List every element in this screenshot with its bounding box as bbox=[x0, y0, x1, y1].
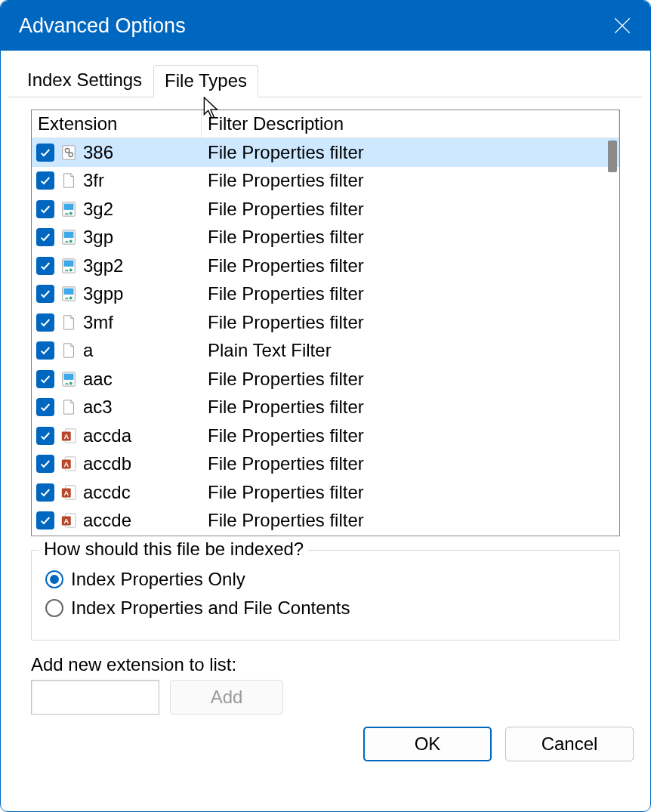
checkbox[interactable] bbox=[36, 285, 54, 303]
window-title: Advanced Options bbox=[19, 14, 186, 38]
radio-properties-and-contents[interactable]: Index Properties and File Contents bbox=[45, 597, 606, 619]
checkbox[interactable] bbox=[36, 171, 54, 190]
file-icon: A bbox=[59, 426, 79, 446]
filter-text: File Properties filter bbox=[202, 227, 619, 248]
add-extension-input[interactable] bbox=[31, 680, 159, 715]
svg-text:A: A bbox=[63, 489, 69, 496]
table-row[interactable]: AaccdaFile Properties filter bbox=[32, 421, 619, 450]
checkbox[interactable] bbox=[36, 398, 54, 416]
checkbox[interactable] bbox=[36, 257, 54, 275]
table-row[interactable]: 3gpFile Properties filter bbox=[32, 224, 619, 252]
filter-text: File Properties filter bbox=[202, 199, 619, 220]
filter-text: File Properties filter bbox=[202, 482, 619, 503]
ok-button[interactable]: OK bbox=[363, 727, 492, 761]
radio-icon bbox=[45, 570, 63, 588]
close-button[interactable] bbox=[611, 14, 634, 37]
extension-text: accde bbox=[83, 510, 131, 531]
extension-text: 3mf bbox=[83, 312, 113, 333]
add-button[interactable]: Add bbox=[170, 680, 283, 715]
checkbox[interactable] bbox=[36, 511, 54, 529]
file-icon bbox=[59, 341, 79, 360]
file-icon bbox=[59, 369, 79, 389]
svg-point-16 bbox=[69, 297, 73, 300]
add-extension-label: Add new extension to list: bbox=[31, 654, 620, 675]
file-icon bbox=[59, 171, 79, 190]
col-filter[interactable]: Filter Description bbox=[202, 110, 619, 137]
cancel-button[interactable]: Cancel bbox=[505, 727, 634, 761]
checkbox[interactable] bbox=[36, 341, 54, 360]
file-icon bbox=[59, 313, 79, 332]
checkbox[interactable] bbox=[36, 427, 54, 445]
table-row[interactable]: AaccdeFile Properties filter bbox=[32, 507, 619, 536]
filter-text: File Properties filter bbox=[202, 369, 619, 390]
extension-text: 3g2 bbox=[83, 199, 113, 220]
extension-text: 3gpp bbox=[83, 283, 123, 304]
filter-text: File Properties filter bbox=[202, 142, 619, 163]
svg-rect-9 bbox=[64, 232, 74, 238]
table-row[interactable]: 3frFile Properties filter bbox=[32, 167, 619, 196]
radio-icon bbox=[45, 599, 63, 617]
svg-text:A: A bbox=[63, 517, 69, 525]
svg-point-7 bbox=[69, 211, 73, 215]
file-icon bbox=[59, 284, 79, 304]
svg-rect-6 bbox=[64, 203, 74, 209]
radio-properties-only[interactable]: Index Properties Only bbox=[45, 569, 606, 590]
svg-text:A: A bbox=[63, 461, 69, 468]
table-row[interactable]: AaccdcFile Properties filter bbox=[32, 478, 619, 507]
table-row[interactable]: 3gppFile Properties filter bbox=[32, 280, 619, 309]
file-icon: A bbox=[59, 511, 79, 530]
file-icon: A bbox=[59, 454, 79, 474]
file-types-list[interactable]: Extension Filter Description 386File Pro… bbox=[31, 110, 620, 536]
checkbox[interactable] bbox=[36, 144, 54, 162]
filter-text: File Properties filter bbox=[202, 170, 619, 191]
tab-file-types[interactable]: File Types bbox=[153, 65, 258, 97]
svg-rect-18 bbox=[64, 373, 74, 379]
checkbox[interactable] bbox=[36, 455, 54, 473]
title-bar: Advanced Options bbox=[1, 1, 650, 51]
filter-text: File Properties filter bbox=[202, 283, 619, 304]
table-row[interactable]: aacFile Properties filter bbox=[32, 365, 619, 394]
file-icon bbox=[59, 397, 79, 417]
checkbox[interactable] bbox=[36, 313, 54, 332]
table-row[interactable]: 386File Properties filter bbox=[32, 138, 619, 167]
svg-rect-12 bbox=[64, 260, 74, 266]
extension-text: 3gp bbox=[83, 227, 113, 248]
table-row[interactable]: 3gp2File Properties filter bbox=[32, 252, 619, 280]
radio-label: Index Properties and File Contents bbox=[71, 597, 350, 619]
extension-text: ac3 bbox=[83, 397, 113, 418]
file-icon bbox=[59, 227, 79, 247]
indexing-legend: How should this file be indexed? bbox=[39, 539, 308, 560]
indexing-groupbox: How should this file be indexed? Index P… bbox=[31, 550, 620, 641]
table-row[interactable]: 3g2File Properties filter bbox=[32, 195, 619, 224]
tab-index-settings[interactable]: Index Settings bbox=[16, 64, 153, 97]
col-extension[interactable]: Extension bbox=[32, 110, 202, 137]
filter-text: Plain Text Filter bbox=[202, 340, 619, 361]
list-header: Extension Filter Description bbox=[32, 110, 619, 138]
filter-text: File Properties filter bbox=[202, 255, 619, 276]
filter-text: File Properties filter bbox=[202, 425, 619, 446]
extension-text: accdb bbox=[83, 453, 131, 474]
extension-text: aac bbox=[83, 369, 113, 390]
svg-text:A: A bbox=[63, 432, 69, 440]
extension-text: accdc bbox=[83, 482, 131, 503]
extension-text: 386 bbox=[83, 142, 113, 163]
checkbox[interactable] bbox=[36, 370, 54, 388]
svg-rect-15 bbox=[64, 289, 74, 295]
svg-point-13 bbox=[69, 268, 73, 271]
tab-bar: Index Settings File Types bbox=[8, 64, 643, 97]
svg-point-10 bbox=[69, 240, 73, 243]
extension-text: 3gp2 bbox=[83, 255, 123, 276]
checkbox[interactable] bbox=[36, 228, 54, 246]
filter-text: File Properties filter bbox=[202, 312, 619, 333]
dialog-footer: OK Cancel bbox=[1, 715, 650, 773]
table-row[interactable]: aPlain Text Filter bbox=[32, 337, 619, 366]
file-icon bbox=[59, 199, 79, 219]
table-row[interactable]: ac3File Properties filter bbox=[32, 394, 619, 422]
table-row[interactable]: AaccdbFile Properties filter bbox=[32, 450, 619, 479]
checkbox[interactable] bbox=[36, 483, 54, 502]
radio-label: Index Properties Only bbox=[71, 569, 245, 590]
svg-point-19 bbox=[69, 381, 73, 384]
table-row[interactable]: 3mfFile Properties filter bbox=[32, 308, 619, 337]
checkbox[interactable] bbox=[36, 200, 54, 218]
scrollbar-thumb[interactable] bbox=[608, 140, 617, 172]
